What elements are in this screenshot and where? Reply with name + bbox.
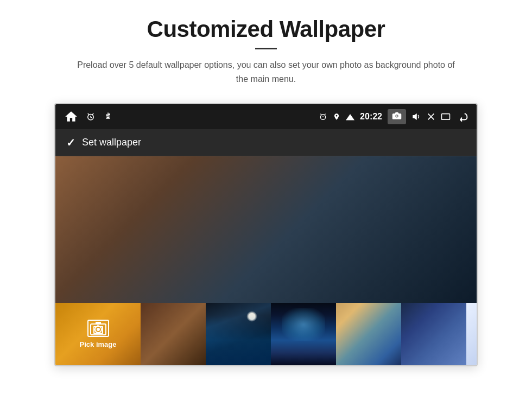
wallpaper-thumb-2[interactable] bbox=[141, 303, 206, 365]
home-icon bbox=[64, 110, 78, 124]
thumbnails-row: Pick image bbox=[55, 303, 477, 365]
wallpaper-thumb-3[interactable] bbox=[206, 303, 271, 365]
wifi-icon bbox=[346, 113, 354, 120]
wallpaper-thumb-partial[interactable] bbox=[466, 303, 477, 365]
wallpaper-thumb-4[interactable] bbox=[271, 303, 336, 365]
status-bar-left bbox=[64, 110, 113, 124]
wallpaper-preview bbox=[55, 156, 477, 303]
svg-marker-14 bbox=[413, 113, 417, 120]
page-subtitle: Preload over 5 default wallpaper options… bbox=[71, 58, 461, 86]
gps-icon bbox=[333, 113, 340, 120]
alarm-icon bbox=[86, 112, 96, 122]
svg-rect-21 bbox=[96, 322, 101, 325]
svg-line-9 bbox=[320, 114, 321, 115]
action-label: Set wallpaper bbox=[82, 137, 141, 148]
action-bar: ✓ Set wallpaper bbox=[55, 129, 477, 156]
checkmark-icon: ✓ bbox=[66, 136, 75, 149]
status-bar: 20:22 bbox=[55, 104, 477, 129]
svg-point-20 bbox=[97, 328, 100, 331]
title-divider bbox=[255, 48, 277, 49]
page-title: Customized Wallpaper bbox=[33, 16, 499, 42]
wallpaper-thumb-5[interactable] bbox=[336, 303, 401, 365]
svg-line-3 bbox=[88, 113, 89, 115]
window-icon bbox=[441, 113, 451, 120]
camera-icon-box bbox=[388, 109, 406, 124]
svg-line-4 bbox=[92, 113, 93, 115]
svg-line-10 bbox=[325, 114, 326, 115]
close-icon bbox=[427, 112, 435, 121]
svg-rect-18 bbox=[91, 324, 106, 335]
status-time: 20:22 bbox=[360, 112, 382, 122]
volume-icon bbox=[411, 112, 421, 121]
pick-image-thumb[interactable]: Pick image bbox=[55, 303, 141, 365]
camera-icon bbox=[392, 111, 402, 120]
device-frame: 20:22 bbox=[54, 103, 478, 366]
wallpaper-thumb-6[interactable] bbox=[401, 303, 466, 365]
svg-point-13 bbox=[396, 115, 398, 117]
pick-image-label: Pick image bbox=[80, 340, 117, 348]
svg-rect-17 bbox=[442, 114, 450, 120]
svg-point-19 bbox=[95, 326, 102, 333]
pick-image-icon bbox=[87, 320, 109, 337]
svg-marker-11 bbox=[346, 114, 354, 120]
back-icon bbox=[456, 112, 468, 122]
usb-icon bbox=[103, 112, 113, 122]
page-header: Customized Wallpaper Preload over 5 defa… bbox=[0, 0, 532, 94]
status-bar-right: 20:22 bbox=[319, 109, 468, 124]
alarm-small-icon bbox=[319, 112, 327, 121]
